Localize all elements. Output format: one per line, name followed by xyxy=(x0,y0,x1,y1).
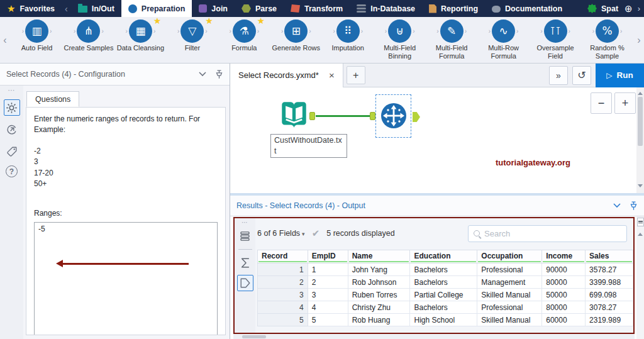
tab-preparation[interactable]: Preparation xyxy=(121,0,192,17)
tab-label: Parse xyxy=(255,4,277,13)
tool-multi-field-formula[interactable]: ›✎› Multi-Field Formula xyxy=(426,19,477,63)
output-anchor-button[interactable] xyxy=(237,275,253,291)
cell-empid: 4 xyxy=(308,301,348,314)
tool-generate-rows[interactable]: ›⊞› Generate Rows xyxy=(270,19,321,63)
ranges-textarea[interactable]: -5 xyxy=(34,222,218,335)
help-icon[interactable]: ? xyxy=(6,165,18,177)
navigation-tab-button[interactable] xyxy=(4,121,20,138)
cell-income: 50000 xyxy=(542,289,586,301)
select-records-output-anchor[interactable] xyxy=(413,112,420,122)
tab-in-database[interactable]: In-Database xyxy=(350,0,422,17)
tabbar-forward-chevron[interactable]: › xyxy=(638,4,640,13)
overflow-button[interactable]: » xyxy=(549,66,568,85)
input-tool-annotation[interactable]: CustWithoutDate.txt xyxy=(270,134,347,158)
scroll-up-icon[interactable] xyxy=(638,230,643,236)
star-icon: ★ xyxy=(7,4,15,13)
scroll-up-icon[interactable] xyxy=(638,89,643,95)
column-header-record[interactable]: Record xyxy=(258,250,308,264)
zoom-in-button[interactable]: + xyxy=(614,92,636,114)
scroll-down-icon[interactable] xyxy=(638,184,643,190)
tool-create-samples[interactable]: ›⋔› Create Samples xyxy=(63,19,114,63)
table-row[interactable]: 3 3 Ruben Torres Partial College Skilled… xyxy=(258,289,633,301)
cell-education: Bachelors xyxy=(410,264,477,276)
column-header-occupation[interactable]: Occupation xyxy=(477,250,542,264)
tool-data-cleansing[interactable]: ›▦›★ Data Cleansing xyxy=(115,19,166,63)
column-header-sales[interactable]: Sales xyxy=(586,250,633,264)
search-box[interactable] xyxy=(468,225,627,242)
tool-multi-field-binning[interactable]: ›⊎› Multi-Field Binning xyxy=(374,19,425,63)
input-data-tool[interactable] xyxy=(279,100,309,130)
ranges-label: Ranges: xyxy=(34,208,218,219)
tool-imputation[interactable]: ›⠿› Imputation xyxy=(323,19,374,63)
column-header-income[interactable]: Income xyxy=(542,250,586,264)
metadata-view-button[interactable] xyxy=(237,228,253,244)
tool-random-sample[interactable]: ›%› Random % Sample xyxy=(582,19,633,63)
column-header-empid[interactable]: EmpID xyxy=(308,250,348,264)
tool-formula[interactable]: ›⚗›★ Formula xyxy=(219,19,270,63)
drag-handle-icon[interactable]: ⋯ xyxy=(242,220,248,226)
tool-filter[interactable]: ›▽›★ Filter xyxy=(167,19,218,63)
cell-record: 1 xyxy=(258,264,308,276)
fields-summary-dropdown[interactable]: 6 of 6 Fields▾ xyxy=(257,229,305,238)
transform-icon xyxy=(291,4,300,13)
cell-name: Rob Johnson xyxy=(348,276,410,289)
checkmark-icon[interactable]: ✔ xyxy=(312,228,320,239)
palette-scroll-right[interactable]: › xyxy=(634,17,644,63)
tab-label: Spat xyxy=(601,4,618,13)
palette-scroll-left[interactable]: ‹ xyxy=(0,17,10,63)
zoom-out-button[interactable]: − xyxy=(591,92,612,114)
results-horizontal-scrollbar[interactable] xyxy=(233,334,635,339)
canvas-vertical-scrollbar[interactable] xyxy=(636,87,644,193)
tool-oversample-field[interactable]: ›⊺⊺› Oversample Field xyxy=(530,19,581,63)
run-button[interactable]: ▷ Run xyxy=(596,64,644,87)
tab-reporting[interactable]: Reporting xyxy=(422,0,485,17)
add-category-icon[interactable]: ⊕ xyxy=(625,3,633,14)
table-row[interactable]: 2 2 Rob Johnson Bachelors Management 800… xyxy=(258,276,633,289)
new-workflow-button[interactable]: + xyxy=(347,66,365,84)
select-records-input-anchor[interactable] xyxy=(370,112,375,120)
workflow-tab[interactable]: Select Records.yxmd* × xyxy=(230,64,343,87)
settings-tab-button[interactable] xyxy=(4,99,20,116)
favorite-star-icon: ★ xyxy=(257,16,265,25)
workflow-canvas[interactable]: CustWithoutDate.txt tutorialgateway.org … xyxy=(230,87,636,193)
drag-handle-icon[interactable]: ⋯ xyxy=(8,87,16,94)
scrollbar-thumb[interactable] xyxy=(242,335,266,338)
tab-parse[interactable]: Parse xyxy=(235,0,284,17)
annotation-tab-button[interactable] xyxy=(4,143,20,160)
search-input[interactable] xyxy=(484,229,621,238)
input-anchor-button[interactable] xyxy=(237,255,253,271)
tool-multi-row-formula[interactable]: ›∿› Multi-Row Formula xyxy=(478,19,529,63)
close-icon[interactable]: × xyxy=(329,70,335,80)
table-row[interactable]: 5 5 Rob Huang High School Skilled Manual… xyxy=(258,314,633,326)
chevron-down-icon[interactable] xyxy=(613,203,621,208)
tab-in-out[interactable]: In/Out xyxy=(71,0,121,17)
cell-occupation: Professional xyxy=(477,301,542,314)
pin-icon[interactable] xyxy=(215,70,223,79)
results-vertical-scrollbar[interactable] xyxy=(636,216,644,339)
cell-name: Christy Zhu xyxy=(348,301,410,314)
chevron-down-icon[interactable] xyxy=(199,72,206,77)
column-header-name[interactable]: Name xyxy=(348,250,410,264)
tab-join[interactable]: Join xyxy=(192,0,235,17)
connection-line[interactable] xyxy=(316,115,370,117)
table-row[interactable]: 4 4 Christy Zhu Bachelors Professional 8… xyxy=(258,301,633,314)
column-header-education[interactable]: Education xyxy=(410,250,477,264)
pin-icon[interactable] xyxy=(630,201,638,211)
scrollbar-thumb[interactable] xyxy=(638,97,643,146)
tab-spatial[interactable]: Spat xyxy=(586,4,619,13)
tabbar-back-chevron[interactable]: ‹ xyxy=(62,0,71,17)
select-records-tool[interactable] xyxy=(380,102,408,130)
scroll-options-button[interactable] xyxy=(637,218,644,226)
tab-documentation[interactable]: Documentation xyxy=(485,0,569,17)
tab-questions[interactable]: Questions xyxy=(26,91,79,107)
input-tool-output-anchor[interactable] xyxy=(309,112,315,120)
data-cleansing-icon: ▦ xyxy=(129,19,152,43)
tab-favorites[interactable]: ★ Favorites xyxy=(0,0,62,17)
table-row[interactable]: 1 1 John Yang Bachelors Professional 900… xyxy=(258,264,633,276)
questions-tab-content: Enter the numeric ranges of records to r… xyxy=(26,107,226,335)
results-table[interactable]: Record EmpID Name Education Occupation I… xyxy=(257,250,633,326)
tab-transform[interactable]: Transform xyxy=(284,0,350,17)
preparation-icon xyxy=(128,4,137,13)
history-button[interactable]: ↺ xyxy=(572,66,591,85)
tool-auto-field[interactable]: ›▥› Auto Field xyxy=(11,19,62,63)
